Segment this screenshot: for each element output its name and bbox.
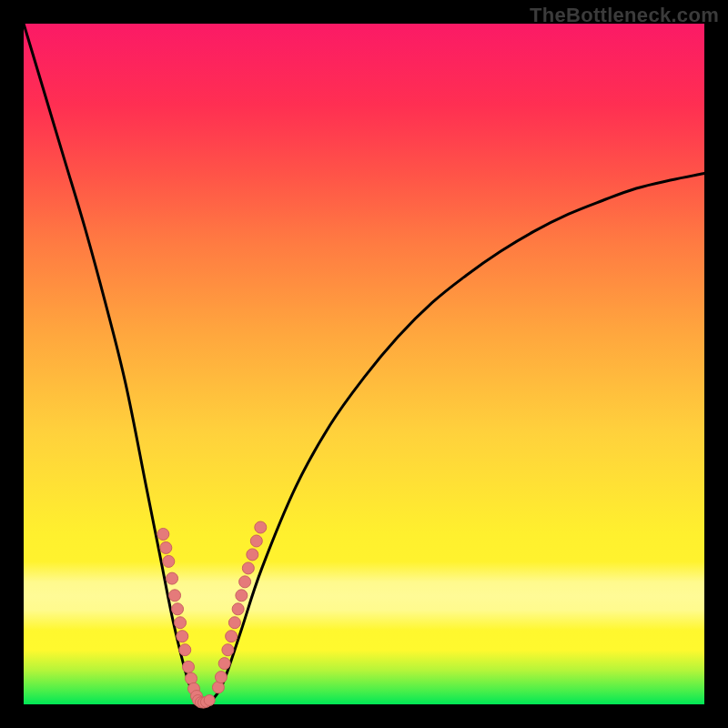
curve-marker xyxy=(242,562,254,574)
curve-markers xyxy=(157,521,267,708)
curve-marker xyxy=(172,603,184,615)
curve-marker xyxy=(167,572,178,584)
curve-marker xyxy=(215,672,227,683)
curve-marker xyxy=(218,658,230,670)
curve-marker xyxy=(236,590,248,602)
curve-marker xyxy=(226,631,238,642)
bottleneck-curve xyxy=(24,24,704,704)
curve-marker xyxy=(255,521,267,533)
curve-marker xyxy=(157,529,169,541)
curve-marker xyxy=(175,617,187,629)
curve-marker xyxy=(183,661,195,672)
curve-marker xyxy=(177,631,188,642)
chart-frame: TheBottleneck.com xyxy=(0,0,728,728)
curve-marker xyxy=(204,695,215,706)
curve-marker xyxy=(160,541,172,553)
curve-marker xyxy=(163,555,175,567)
curve-marker xyxy=(247,549,258,561)
curve-layer xyxy=(24,24,704,704)
curve-marker xyxy=(239,576,251,588)
curve-marker xyxy=(179,644,191,656)
curve-marker xyxy=(250,535,262,547)
curve-marker xyxy=(222,644,234,656)
curve-marker xyxy=(232,603,244,615)
curve-marker xyxy=(228,617,240,629)
curve-marker xyxy=(169,590,181,602)
